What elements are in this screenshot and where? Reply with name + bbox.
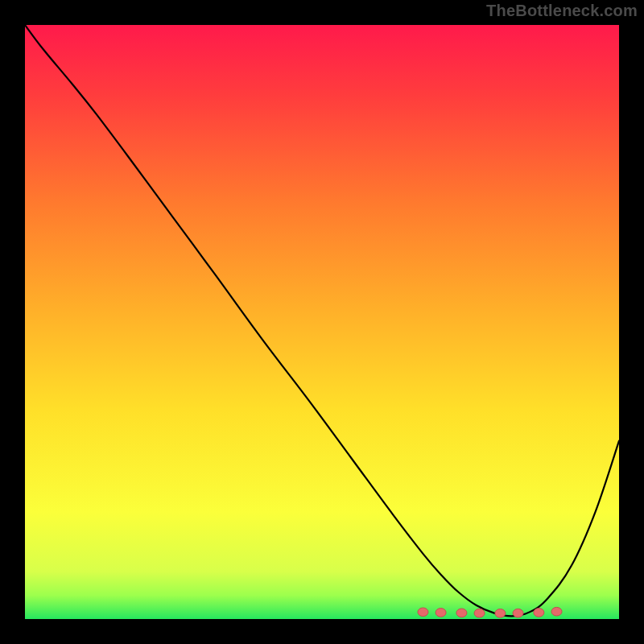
watermark-text: TheBottleneck.com bbox=[486, 2, 638, 20]
optimal-marker bbox=[418, 608, 428, 617]
optimal-marker bbox=[551, 607, 562, 616]
optimal-marker bbox=[513, 609, 523, 617]
optimal-marker bbox=[456, 609, 467, 617]
optimal-marker bbox=[495, 609, 506, 617]
gradient-background bbox=[25, 25, 619, 619]
bottleneck-chart bbox=[25, 25, 619, 619]
optimal-marker bbox=[534, 609, 544, 617]
optimal-marker bbox=[474, 609, 485, 617]
optimal-marker bbox=[436, 609, 446, 617]
chart-frame: TheBottleneck.com bbox=[0, 0, 644, 644]
